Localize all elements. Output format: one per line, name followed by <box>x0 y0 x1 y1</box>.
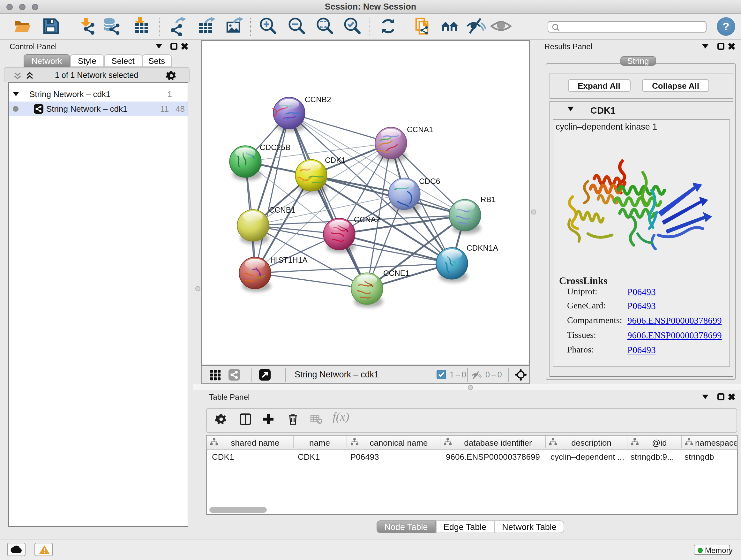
svg-text:RB1: RB1 <box>480 195 495 204</box>
svg-text:CDKN1A: CDKN1A <box>466 244 498 252</box>
svg-text:CDC25B: CDC25B <box>259 143 290 152</box>
svg-text:CCNE1: CCNE1 <box>383 269 409 277</box>
svg-text:CCNB1: CCNB1 <box>269 206 295 214</box>
svg-text:CCNB2: CCNB2 <box>305 95 331 104</box>
svg-text:CDC6: CDC6 <box>419 177 440 186</box>
svg-text:CCNA2: CCNA2 <box>354 215 380 224</box>
svg-text:CDK1: CDK1 <box>325 156 345 165</box>
svg-text:HIST1H1A: HIST1H1A <box>270 256 307 264</box>
svg-text:CCNA1: CCNA1 <box>407 125 433 134</box>
